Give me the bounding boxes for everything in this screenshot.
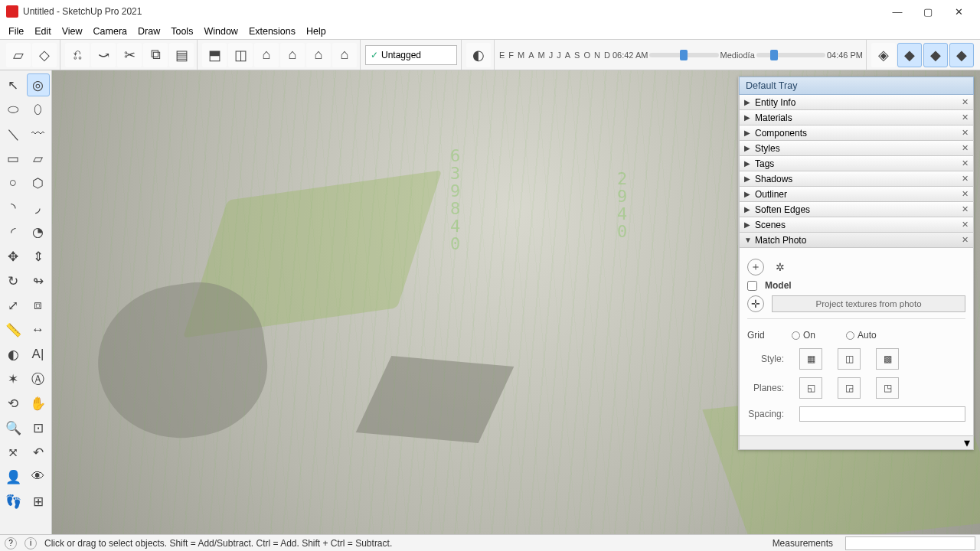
redo-button[interactable]: ⤻: [91, 43, 116, 67]
line-tool[interactable]: ＼: [2, 122, 24, 145]
menu-window[interactable]: Window: [198, 24, 243, 38]
panel-styles[interactable]: ▶Styles✕: [739, 141, 974, 156]
view-color-button[interactable]: ◆: [949, 43, 974, 67]
paste-button[interactable]: ▤: [169, 43, 194, 67]
shadow-toggle-button[interactable]: ◐: [466, 43, 491, 67]
date-slider[interactable]: [756, 53, 825, 57]
camera-right-button[interactable]: ⌂: [280, 43, 305, 67]
section-tool[interactable]: ⊞: [27, 490, 50, 513]
text-tool[interactable]: A|: [27, 343, 50, 366]
rectangle-tool[interactable]: ▭: [2, 147, 24, 170]
minimize-button[interactable]: —: [882, 0, 913, 23]
3dtext-tool[interactable]: Ⓐ: [27, 367, 50, 390]
project-textures-button[interactable]: Project textures from photo: [772, 295, 965, 312]
style-option-3[interactable]: ▩: [876, 348, 899, 370]
dimension-tool[interactable]: ↔: [27, 318, 50, 341]
camera-back-button[interactable]: ⌂: [306, 43, 331, 67]
camera-front-button[interactable]: ⌂: [254, 43, 279, 67]
arc-tool[interactable]: ◝: [2, 196, 24, 219]
close-icon[interactable]: ✕: [962, 128, 969, 138]
open-file-button[interactable]: ◇: [32, 43, 57, 67]
orbit-tool[interactable]: ⟲: [2, 392, 24, 415]
new-file-button[interactable]: ▱: [6, 43, 31, 67]
planes-option-2[interactable]: ◲: [838, 377, 861, 399]
protractor-tool[interactable]: ◐: [2, 343, 24, 366]
panel-shadows[interactable]: ▶Shadows✕: [739, 171, 974, 187]
close-icon[interactable]: ✕: [962, 158, 969, 168]
position-camera-tool[interactable]: 👤: [2, 465, 24, 488]
maximize-button[interactable]: ▢: [913, 0, 943, 23]
axes-tool[interactable]: ✶: [2, 367, 24, 390]
view-hidden-button[interactable]: ◆: [923, 43, 948, 67]
close-window-button[interactable]: ✕: [943, 0, 974, 23]
grid-auto-radio[interactable]: Auto: [846, 330, 877, 341]
look-around-tool[interactable]: 👁: [27, 465, 50, 488]
view-back-edges-button[interactable]: ◆: [897, 43, 922, 67]
menu-tools[interactable]: Tools: [165, 24, 198, 38]
followme-tool[interactable]: ↬: [27, 269, 50, 292]
rotate-tool[interactable]: ↻: [2, 269, 24, 292]
close-icon[interactable]: ✕: [962, 143, 969, 153]
pie-tool[interactable]: ◔: [27, 220, 50, 243]
tray-title[interactable]: Default Tray: [739, 77, 974, 95]
previous-view-tool[interactable]: ↶: [27, 441, 50, 464]
grid-on-radio[interactable]: On: [792, 330, 815, 341]
close-icon[interactable]: ✕: [962, 174, 969, 184]
help-icon[interactable]: ?: [5, 537, 17, 549]
measurements-input[interactable]: [845, 536, 975, 550]
panel-tags[interactable]: ▶Tags✕: [739, 156, 974, 171]
planes-option-1[interactable]: ◱: [799, 377, 822, 399]
select-tool[interactable]: ↖: [2, 73, 24, 96]
close-icon[interactable]: ✕: [962, 204, 969, 214]
camera-iso-button[interactable]: ⬒: [202, 43, 227, 67]
menu-help[interactable]: Help: [301, 24, 332, 38]
panel-materials[interactable]: ▶Materials✕: [739, 110, 974, 126]
gear-icon[interactable]: ✲: [772, 259, 789, 276]
panel-entity-info[interactable]: ▶Entity Info✕: [739, 95, 974, 110]
menu-view[interactable]: View: [57, 24, 88, 38]
walk-tool[interactable]: 👣: [2, 490, 24, 513]
menu-draw[interactable]: Draw: [132, 24, 165, 38]
panel-match-photo[interactable]: ▼Match Photo✕: [739, 233, 974, 248]
arc3-tool[interactable]: ◜: [2, 220, 24, 243]
style-option-2[interactable]: ◫: [838, 348, 861, 370]
arc2-tool[interactable]: ◞: [27, 196, 50, 219]
panel-soften-edges[interactable]: ▶Soften Edges✕: [739, 202, 974, 217]
style-option-1[interactable]: ▦: [799, 348, 822, 370]
time-slider[interactable]: [649, 53, 718, 57]
rotated-rect-tool[interactable]: ▱: [27, 147, 50, 170]
close-icon[interactable]: ✕: [962, 112, 969, 122]
zoom-tool[interactable]: 🔍: [2, 416, 24, 439]
model-checkbox[interactable]: [747, 281, 757, 291]
freehand-tool[interactable]: 〰: [27, 122, 50, 145]
view-xray-button[interactable]: ◈: [871, 43, 896, 67]
close-icon[interactable]: ✕: [962, 97, 969, 107]
lasso-tool[interactable]: ◎: [27, 73, 50, 96]
tape-tool[interactable]: 📏: [2, 318, 24, 341]
menu-file[interactable]: File: [3, 24, 29, 38]
panel-outliner[interactable]: ▶Outliner✕: [739, 187, 974, 202]
close-icon[interactable]: ✕: [962, 220, 969, 230]
menu-camera[interactable]: Camera: [88, 24, 132, 38]
pan-tool[interactable]: ✋: [27, 392, 50, 415]
cut-button[interactable]: ✂: [117, 43, 142, 67]
circle-tool[interactable]: ○: [2, 171, 24, 194]
tray-scroll-down[interactable]: ▾: [739, 436, 974, 450]
spacing-input[interactable]: [799, 406, 965, 422]
panel-components[interactable]: ▶Components✕: [739, 126, 974, 141]
undo-button[interactable]: ⎌: [65, 43, 90, 67]
zoom-extents-tool[interactable]: ⤧: [2, 441, 24, 464]
polygon-tool[interactable]: ⬡: [27, 171, 50, 194]
offset-tool[interactable]: ⧈: [27, 294, 50, 317]
menu-edit[interactable]: Edit: [29, 24, 57, 38]
eraser-tool[interactable]: ⬭: [2, 98, 24, 121]
info-icon[interactable]: i: [24, 537, 37, 549]
menu-extensions[interactable]: Extensions: [243, 24, 301, 38]
copy-button[interactable]: ⧉: [143, 43, 168, 67]
zoom-window-tool[interactable]: ⊡: [27, 416, 50, 439]
camera-left-button[interactable]: ⌂: [332, 43, 357, 67]
pushpull-tool[interactable]: ⇕: [27, 245, 50, 268]
camera-top-button[interactable]: ◫: [228, 43, 253, 67]
scale-tool[interactable]: ⤢: [2, 294, 24, 317]
panel-scenes[interactable]: ▶Scenes✕: [739, 217, 974, 233]
